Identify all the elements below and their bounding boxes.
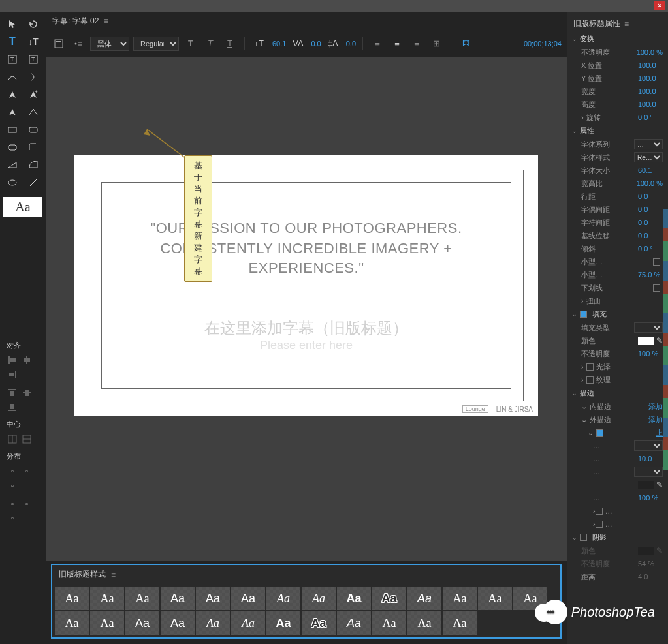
stroke-fill-dropdown[interactable] bbox=[634, 467, 663, 477]
bold-button[interactable]: T bbox=[183, 37, 199, 51]
align-vcenter[interactable] bbox=[21, 387, 33, 399]
style-swatch[interactable]: Aa bbox=[443, 611, 477, 635]
outer-stroke-checkbox[interactable] bbox=[596, 429, 603, 437]
arc-tool[interactable] bbox=[24, 158, 42, 172]
align-left-button[interactable]: ≡ bbox=[370, 37, 385, 51]
style-swatch[interactable]: Aa bbox=[55, 611, 89, 635]
area-type-tool[interactable]: T bbox=[3, 52, 22, 67]
smallcaps-checkbox[interactable] bbox=[653, 258, 660, 266]
selection-tool[interactable] bbox=[3, 17, 22, 31]
style-swatch[interactable]: Aa bbox=[90, 587, 124, 610]
style-swatch[interactable]: Aa bbox=[125, 587, 159, 610]
show-video-button[interactable]: ⚃ bbox=[458, 37, 473, 51]
shadowop-value[interactable]: 54 % bbox=[638, 560, 663, 568]
opacity-value[interactable]: 100.0 % bbox=[637, 48, 663, 56]
font-size-icon[interactable]: тT bbox=[251, 37, 267, 51]
transform-section[interactable]: ⌄变换 bbox=[569, 32, 665, 46]
shadow-color-swatch[interactable] bbox=[638, 547, 654, 555]
dist-h2[interactable]: ▫ bbox=[21, 465, 33, 477]
center-h[interactable] bbox=[7, 433, 18, 445]
italic-button[interactable]: T bbox=[202, 37, 218, 51]
height-value[interactable]: 100.0 bbox=[638, 100, 663, 108]
kerning-value[interactable]: 0.0 bbox=[311, 40, 321, 48]
align-bottom[interactable] bbox=[7, 401, 18, 413]
eyedropper-icon[interactable]: ✎ bbox=[656, 336, 663, 345]
leading-value[interactable]: 0.0 bbox=[346, 40, 356, 48]
style-swatch[interactable]: Aa bbox=[125, 611, 159, 635]
style-swatch[interactable]: Aa bbox=[90, 611, 124, 635]
style-swatch[interactable]: Aa bbox=[513, 587, 547, 610]
style-swatch[interactable]: Aa bbox=[478, 587, 512, 610]
font-size-value[interactable]: 60.1 bbox=[272, 40, 286, 48]
rounded-rect-tool[interactable] bbox=[24, 123, 42, 137]
ellipse-tool[interactable] bbox=[3, 176, 22, 190]
tracking-value[interactable]: 0.0 bbox=[638, 219, 663, 226]
texture-checkbox[interactable] bbox=[586, 376, 594, 384]
roll-crawl-button[interactable] bbox=[71, 37, 86, 51]
add-inner-stroke[interactable]: 添加 bbox=[648, 402, 663, 412]
align-right[interactable] bbox=[7, 369, 18, 380]
style-swatch[interactable]: Aa bbox=[372, 587, 406, 610]
style-swatch[interactable]: Aa bbox=[161, 611, 195, 635]
shadow-checkbox[interactable] bbox=[580, 534, 587, 541]
rounded-corner-tool[interactable] bbox=[24, 140, 42, 155]
xpos-value[interactable]: 100.0 bbox=[638, 61, 663, 69]
title-canvas[interactable]: "OUR MISSION TO OUR PHOTOGRAPHERS. CONSI… bbox=[74, 155, 538, 416]
rectangle-tool[interactable] bbox=[3, 123, 22, 137]
vertical-path-tool[interactable] bbox=[24, 70, 42, 84]
ypos-value[interactable]: 100.0 bbox=[638, 74, 663, 82]
tab-stops-button[interactable]: ⊞ bbox=[428, 37, 444, 51]
shadow-section[interactable]: ⌄阴影 bbox=[569, 530, 665, 544]
path-type-tool[interactable] bbox=[3, 70, 22, 84]
tab-menu-icon[interactable]: ≡ bbox=[104, 16, 108, 25]
rotate-tool[interactable] bbox=[24, 17, 42, 31]
stroke-size-value[interactable]: 10.0 bbox=[638, 455, 663, 463]
fontsize-value[interactable]: 60.1 bbox=[638, 166, 663, 174]
dist-v1[interactable]: ▫ bbox=[7, 498, 18, 510]
slant-value[interactable]: 0.0 ° bbox=[638, 245, 663, 253]
fill-type-dropdown[interactable] bbox=[634, 322, 663, 333]
kerning-icon[interactable]: VA bbox=[290, 37, 306, 51]
add-outer-stroke[interactable]: 添加 bbox=[648, 415, 663, 425]
aspect-value[interactable]: 100.0 % bbox=[637, 179, 663, 187]
fill-checkbox[interactable] bbox=[580, 311, 587, 318]
fill-section[interactable]: ⌄填充 bbox=[569, 307, 665, 321]
attrs-section[interactable]: ⌄属性 bbox=[569, 124, 665, 138]
baseline-value[interactable]: 0.0 bbox=[638, 232, 663, 239]
text-sample-swatch[interactable]: Aa bbox=[3, 197, 42, 217]
font-style-select[interactable]: Regular bbox=[133, 37, 179, 51]
style-swatch[interactable]: Aa bbox=[302, 587, 336, 610]
font-family-select[interactable]: 黑体 bbox=[90, 37, 129, 51]
vertical-area-type-tool[interactable]: T bbox=[24, 52, 42, 67]
style-swatch[interactable]: Aa bbox=[337, 611, 371, 635]
styles-menu-icon[interactable]: ≡ bbox=[111, 570, 116, 579]
rotate-value[interactable]: 0.0 ° bbox=[638, 114, 663, 121]
dist-v2[interactable]: ▫ bbox=[21, 498, 33, 510]
stroke-color-swatch[interactable] bbox=[638, 481, 654, 489]
placeholder-cn[interactable]: 在这里添加字幕（旧版标题） bbox=[204, 318, 408, 339]
style-swatch[interactable]: Aa bbox=[407, 611, 441, 635]
style-swatch[interactable]: Aa bbox=[337, 587, 371, 610]
dist-h1[interactable]: ▫ bbox=[7, 465, 18, 477]
close-button[interactable]: ✕ bbox=[654, 1, 665, 10]
width-value[interactable]: 100.0 bbox=[638, 87, 663, 95]
lineheight-value[interactable]: 0.0 bbox=[638, 192, 663, 200]
distance-value[interactable]: 4.0 bbox=[638, 573, 663, 581]
style-swatch[interactable]: Aa bbox=[55, 587, 89, 610]
leading-icon[interactable]: ‡A bbox=[325, 37, 341, 51]
dist-h3[interactable]: ▫ bbox=[7, 480, 18, 491]
type-tool[interactable]: T bbox=[3, 35, 22, 49]
font-style-dropdown[interactable]: Re… bbox=[634, 152, 663, 162]
smallcaps-value[interactable]: 75.0 % bbox=[638, 271, 663, 279]
stroke-section[interactable]: ⌄描边 bbox=[569, 386, 665, 400]
align-right-button[interactable]: ≡ bbox=[409, 37, 424, 51]
underline-checkbox[interactable] bbox=[653, 284, 660, 292]
wedge-tool[interactable] bbox=[3, 158, 22, 172]
center-v[interactable] bbox=[21, 433, 33, 445]
style-swatch[interactable]: Aa bbox=[372, 611, 406, 635]
align-left[interactable] bbox=[7, 354, 18, 366]
line-tool[interactable] bbox=[24, 176, 42, 190]
placeholder-en[interactable]: Please enter here bbox=[260, 339, 353, 352]
style-swatch[interactable]: Aa bbox=[443, 587, 477, 610]
fill-color-swatch[interactable] bbox=[638, 337, 654, 345]
